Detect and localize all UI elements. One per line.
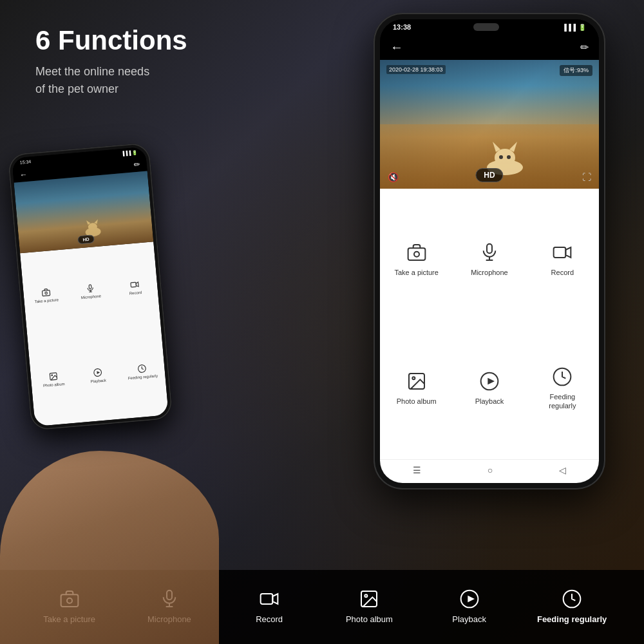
bottom-play-icon bbox=[459, 589, 480, 609]
clock-icon bbox=[552, 366, 573, 387]
func-record-label: Record bbox=[551, 268, 574, 277]
func-camera-label: Take a picture bbox=[394, 268, 438, 277]
svg-point-12 bbox=[51, 375, 52, 376]
nav-back-icon[interactable]: ◁ bbox=[559, 465, 566, 475]
volume-icon[interactable]: 🔇 bbox=[388, 172, 399, 182]
func-feeding[interactable]: Feedingregularly bbox=[526, 324, 599, 453]
svg-point-42 bbox=[365, 594, 368, 597]
record-icon bbox=[552, 242, 573, 263]
phone-small-inner: 15:34 ▐▐▐ 🔋 ← ✏ HD bbox=[12, 147, 169, 427]
svg-point-5 bbox=[44, 292, 47, 295]
svg-point-21 bbox=[507, 155, 511, 159]
status-bar: 13:38 ▐▐▐ 🔋 bbox=[380, 19, 599, 35]
header-section: 6 Functions Meet the online needs of the… bbox=[35, 26, 187, 98]
func-camera[interactable]: Take a picture bbox=[380, 195, 453, 324]
nav-home-icon[interactable]: ○ bbox=[488, 465, 493, 475]
nav-menu-icon[interactable]: ☰ bbox=[413, 465, 421, 475]
bottom-item-feeding[interactable]: Feeding regularly bbox=[537, 589, 607, 625]
phone-bottom-nav: ☰ ○ ◁ bbox=[380, 459, 599, 483]
svg-marker-44 bbox=[468, 596, 475, 603]
small-mic-icon bbox=[86, 284, 95, 294]
small-func-record[interactable]: Record bbox=[109, 244, 161, 332]
small-clock-icon bbox=[137, 364, 147, 374]
photo-icon bbox=[406, 371, 427, 392]
svg-point-23 bbox=[414, 252, 419, 257]
svg-rect-6 bbox=[89, 285, 91, 289]
notch bbox=[473, 23, 499, 31]
camera-icon bbox=[406, 242, 427, 263]
small-func-feeding[interactable]: Feeding regularly bbox=[117, 328, 168, 417]
bottom-item-record[interactable]: Record bbox=[237, 589, 301, 625]
svg-marker-32 bbox=[488, 378, 495, 385]
svg-rect-39 bbox=[261, 594, 273, 604]
svg-point-17 bbox=[495, 149, 515, 167]
play-icon bbox=[479, 371, 500, 392]
edit-button[interactable]: ✏ bbox=[580, 41, 589, 53]
phone-large: 13:38 ▐▐▐ 🔋 ← ✏ bbox=[374, 13, 605, 489]
back-button[interactable]: ← bbox=[390, 40, 403, 55]
svg-rect-24 bbox=[487, 244, 492, 254]
func-photo[interactable]: Photo album bbox=[380, 324, 453, 453]
bottom-playback-label: Playback bbox=[452, 614, 486, 625]
camera-timestamp: 2020-02-28 19:38:03 bbox=[386, 65, 446, 74]
svg-marker-14 bbox=[97, 371, 100, 374]
camera-signal: 信号:93% bbox=[560, 65, 592, 76]
bottom-clock-icon bbox=[562, 589, 582, 609]
small-play-icon bbox=[93, 368, 102, 377]
mic-icon bbox=[479, 242, 500, 263]
page-subtitle: Meet the online needs of the pet owner bbox=[35, 63, 187, 98]
hd-badge: HD bbox=[475, 168, 503, 182]
svg-rect-9 bbox=[131, 283, 137, 288]
phone-small-camera-view: HD bbox=[14, 171, 153, 254]
svg-point-30 bbox=[412, 377, 415, 379]
svg-rect-4 bbox=[42, 290, 50, 296]
status-bar-right: ▐▐▐ 🔋 bbox=[562, 24, 586, 31]
camera-view: 2020-02-28 19:38:03 信号:93% 🔇 HD ⛶ bbox=[380, 60, 599, 189]
svg-rect-22 bbox=[408, 248, 425, 260]
bottom-photo-label: Photo album bbox=[346, 614, 393, 625]
func-mic-label: Microphone bbox=[471, 268, 507, 277]
bottom-feeding-label: Feeding regularly bbox=[537, 614, 607, 625]
bottom-record-label: Record bbox=[256, 614, 283, 625]
bottom-item-playback[interactable]: Playback bbox=[437, 589, 502, 625]
bottom-item-photo[interactable]: Photo album bbox=[337, 589, 401, 625]
svg-marker-10 bbox=[136, 282, 138, 287]
small-photo-icon bbox=[48, 372, 58, 381]
small-func-camera[interactable]: Take a picture bbox=[20, 252, 71, 340]
small-func-photo[interactable]: Photo album bbox=[28, 336, 79, 424]
phone-small-functions-grid: Take a picture Microphone Record Photo a… bbox=[20, 242, 169, 426]
func-feeding-label: Feedingregularly bbox=[549, 392, 576, 411]
func-mic[interactable]: Microphone bbox=[453, 195, 526, 324]
svg-marker-28 bbox=[566, 247, 571, 258]
main-content: 6 Functions Meet the online needs of the… bbox=[0, 0, 644, 644]
fullscreen-icon[interactable]: ⛶ bbox=[582, 172, 591, 182]
small-func-mic[interactable]: Microphone bbox=[64, 248, 116, 336]
page-title: 6 Functions bbox=[35, 26, 187, 55]
phone-large-inner: 13:38 ▐▐▐ 🔋 ← ✏ bbox=[380, 19, 599, 483]
small-func-playback[interactable]: Playback bbox=[72, 332, 124, 421]
phone-small: 15:34 ▐▐▐ 🔋 ← ✏ HD bbox=[8, 142, 173, 431]
func-record[interactable]: Record bbox=[526, 195, 599, 324]
functions-grid: Take a picture Microphone Record Photo a… bbox=[380, 189, 599, 459]
bottom-record-icon bbox=[259, 589, 279, 609]
func-playback-label: Playback bbox=[475, 397, 504, 406]
app-nav-bar: ← ✏ bbox=[380, 35, 599, 60]
small-record-icon bbox=[130, 280, 140, 290]
small-camera-icon bbox=[41, 288, 51, 298]
svg-rect-27 bbox=[554, 247, 566, 258]
hand-background bbox=[0, 451, 219, 644]
svg-point-20 bbox=[499, 155, 503, 159]
svg-marker-40 bbox=[272, 594, 278, 604]
func-playback[interactable]: Playback bbox=[453, 324, 526, 453]
bottom-photo-icon bbox=[359, 589, 379, 609]
func-photo-label: Photo album bbox=[397, 397, 437, 406]
